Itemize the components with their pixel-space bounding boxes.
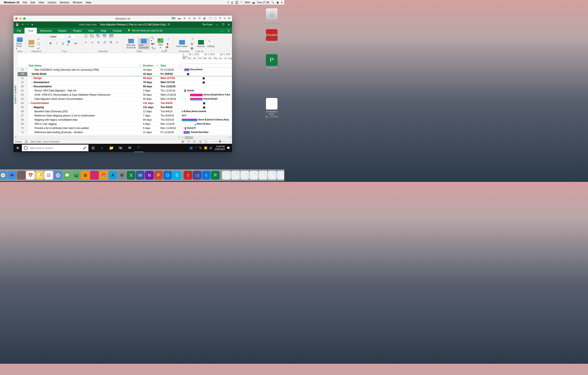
desktop-icon-project[interactable]: P Project.lnk (263, 54, 280, 69)
tab-format[interactable]: Format (110, 28, 125, 33)
task-name-cell[interactable]: Provide a list of attributes that need t… (27, 126, 142, 130)
menu-help[interactable]: Help (85, 1, 91, 4)
tab-view[interactable]: View (85, 28, 97, 33)
gantt-bar-cell[interactable] (182, 105, 232, 109)
pct-100[interactable]: 100% (109, 34, 114, 38)
task-name-cell[interactable]: ▾Mapping (27, 105, 142, 109)
store-icon[interactable]: 🛍 (116, 144, 125, 152)
duration-cell[interactable]: 50 days (142, 97, 159, 101)
tell-me-search[interactable]: 💡 Tell me what you want to do (125, 28, 165, 33)
tray-chevron-icon[interactable]: ⌃ (195, 146, 197, 149)
wifi-icon[interactable]: ◠ (240, 1, 243, 4)
powerpoint-icon[interactable]: P (154, 171, 163, 180)
font-size-input[interactable] (67, 34, 75, 39)
task-row[interactable]: 61Revise 'SRA Data Migration - Task list… (18, 88, 232, 93)
task-row[interactable]: 66Baseline Data Dictionary (DD)12 daysTu… (18, 109, 232, 113)
expand-toggle-icon[interactable]: ▾ (32, 86, 34, 88)
start-cell[interactable]: Tue 9/4/18 (159, 101, 182, 105)
project-taskbar-icon[interactable]: P (134, 144, 143, 152)
music-icon[interactable]: 🎵 (90, 171, 99, 180)
view-report-icon[interactable]: ◫ (204, 140, 208, 143)
taskbar-clock[interactable]: 5:38 PM 1/29/2019 (215, 145, 225, 151)
ribbon-close-icon[interactable]: ✕ (226, 28, 232, 33)
task-name-cell[interactable]: Revise 'SRA Data Migration - Task list' (27, 88, 142, 93)
zoom-thumb[interactable] (219, 140, 221, 143)
task-name-cell[interactable]: Reference data landing (Execute) - Itera… (27, 130, 142, 134)
dock-stack-7[interactable]: 📄 (277, 171, 284, 180)
gantt-bar-cell[interactable]: Ashok (182, 88, 232, 93)
dock-stack-1[interactable]: 📄 (222, 171, 231, 180)
insert-task-button[interactable]: ➕Task▾ (157, 38, 164, 49)
dock-stack-6[interactable]: 📄 (268, 171, 276, 180)
duration-cell[interactable]: 5 days (142, 126, 159, 130)
dock-stack-3[interactable]: 📄 (240, 171, 249, 180)
gantt-bar-cell[interactable] (182, 101, 232, 105)
editing-button[interactable]: 🔍Editing (207, 40, 215, 48)
skype-icon[interactable]: S (172, 171, 181, 180)
row-number[interactable]: 60 (18, 84, 27, 88)
menu-actions[interactable]: Actions (47, 1, 56, 4)
zoom-in-icon[interactable]: + (229, 140, 230, 143)
duration-cell[interactable]: 21 days (142, 130, 159, 134)
font-color-icon[interactable]: A▾ (74, 42, 78, 45)
siri-icon[interactable]: ◉ (276, 1, 279, 4)
filter-icon[interactable]: ▾ (139, 65, 140, 67)
row-number[interactable]: 31 (18, 76, 27, 80)
network-icon[interactable]: 📶 (204, 146, 207, 149)
menu-window[interactable]: Window (73, 1, 82, 4)
unlink-icon[interactable]: ⛓ (109, 40, 113, 44)
start-cell[interactable]: Thu 11/22/18 (159, 84, 182, 88)
task-name-cell[interactable]: GIVE: CRM ETL Reconciliation & Data Vali… (27, 93, 142, 97)
teams-icon[interactable]: 👥 (193, 171, 201, 180)
pct-50[interactable]: 50% (96, 34, 101, 38)
task-row[interactable]: 63Data Migration Work-stream Documentati… (18, 97, 232, 101)
row-number[interactable]: 63 (18, 97, 27, 101)
duration-cell[interactable]: 5 days (142, 122, 159, 126)
auto-schedule-button[interactable]: AutoSchedule (138, 38, 150, 49)
task-row[interactable]: 64▾Transformation131 daysTue 9/4/18 (18, 101, 232, 105)
spotlight-icon[interactable]: 🔍 (271, 1, 274, 4)
battery-pct[interactable]: 84% (245, 1, 250, 4)
copy-icon[interactable]: 📋 (36, 42, 41, 46)
task-grid[interactable]: 25New SANDBOX config (Security roles for… (18, 68, 232, 135)
respect-links-icon[interactable]: ♦ (115, 40, 119, 44)
calendar-icon[interactable]: 📅 (26, 171, 35, 180)
preferences-icon[interactable]: ⚙ (117, 171, 126, 180)
onenote-icon[interactable]: N (145, 171, 154, 180)
task-row[interactable]: 68Mapping with legacy consolidated data9… (18, 118, 232, 122)
battery-icon[interactable]: ▬ (252, 1, 255, 4)
task-name-cell[interactable]: New SANDBOX config (Security roles for a… (27, 68, 142, 72)
task-name-cell[interactable]: Mapping with legacy consolidated data (27, 118, 142, 122)
project-dock-icon[interactable]: P (211, 171, 220, 180)
link-icon[interactable]: 🔗 (103, 40, 107, 44)
start-cell[interactable]: Thu 11/22/18 (159, 88, 182, 93)
row-number[interactable]: 25 (18, 68, 27, 72)
milestone-icon[interactable]: ◆ (165, 42, 169, 46)
gantt-bar-cell[interactable]: Steve B,David H,Simon,Ranj (182, 118, 232, 122)
task-name-cell[interactable]: ▾Documentation (27, 84, 142, 88)
gantt-chart-button[interactable]: GanttChart ▾ (15, 37, 24, 50)
mail-icon[interactable]: ✉ (125, 144, 134, 152)
duration-cell[interactable]: 16 days (142, 68, 159, 72)
row-number[interactable]: 64 (18, 101, 27, 105)
start-cell[interactable]: Fri 11/16/18 (159, 130, 182, 134)
format-painter-icon[interactable]: 🖌 (36, 46, 41, 50)
left-scroll-track[interactable] (17, 136, 177, 139)
gantt-bar-cell[interactable]: Simon,Ranjit,Steve F,Asl (182, 93, 232, 97)
gantt-bar[interactable] (190, 94, 203, 96)
summary-icon[interactable]: 📑 (165, 37, 169, 41)
tab-help[interactable]: Help (97, 28, 110, 33)
row-number[interactable]: 68 (18, 118, 27, 122)
task-name-cell[interactable]: ▾Transformation (27, 101, 142, 105)
col-duration[interactable]: Duration▾ (142, 64, 159, 67)
move-icon[interactable]: ▦▾ (151, 42, 155, 46)
duration-cell[interactable]: 42 days (142, 72, 159, 76)
vscode-icon[interactable]: ⟨⟩ (202, 171, 210, 180)
view-resource-icon[interactable]: ▤ (198, 140, 202, 143)
redo-icon[interactable]: ↷ (27, 23, 29, 26)
task-name-cell[interactable]: ▸Development (27, 80, 142, 84)
start-cell[interactable]: Tue 9/4/18 (159, 109, 182, 113)
undo-icon[interactable]: ↶ (22, 23, 24, 26)
volume-icon[interactable]: 🔊 (209, 146, 212, 149)
information-button[interactable]: Information (175, 40, 189, 48)
